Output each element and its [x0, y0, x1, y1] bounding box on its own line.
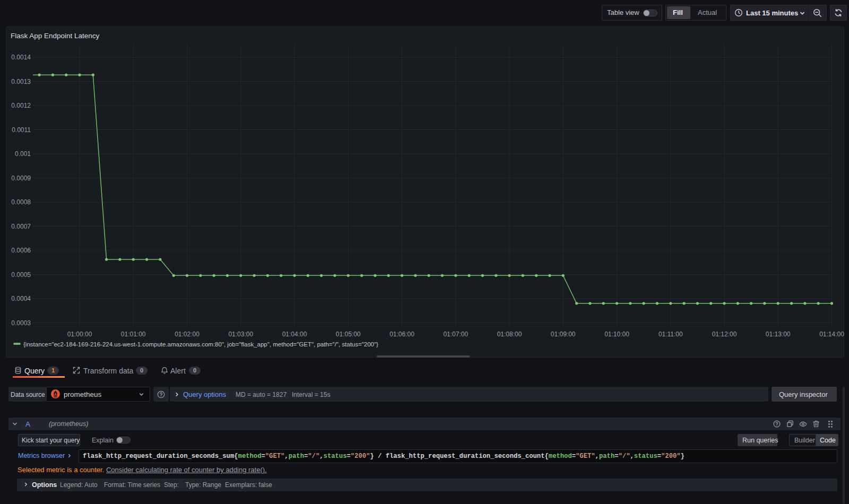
svg-text:01:13:00: 01:13:00 [766, 331, 791, 338]
svg-text:0.0006: 0.0006 [11, 247, 31, 254]
svg-text:01:10:00: 01:10:00 [604, 331, 629, 338]
svg-text:0.0013: 0.0013 [11, 78, 31, 85]
svg-text:01:14:00: 01:14:00 [819, 331, 844, 338]
svg-text:01:09:00: 01:09:00 [551, 331, 576, 338]
svg-text:01:04:00: 01:04:00 [282, 331, 307, 338]
svg-text:01:01:00: 01:01:00 [121, 331, 146, 338]
svg-text:01:07:00: 01:07:00 [443, 331, 468, 338]
svg-text:01:02:00: 01:02:00 [175, 331, 200, 338]
svg-text:0.0007: 0.0007 [11, 223, 31, 230]
svg-text:01:00:00: 01:00:00 [67, 331, 92, 338]
svg-text:0.0004: 0.0004 [11, 295, 31, 302]
svg-text:0.0014: 0.0014 [11, 54, 31, 61]
svg-text:01:12:00: 01:12:00 [712, 331, 737, 338]
svg-text:01:05:00: 01:05:00 [336, 331, 361, 338]
svg-text:01:11:00: 01:11:00 [659, 331, 683, 338]
svg-text:01:03:00: 01:03:00 [228, 331, 253, 338]
svg-text:0.001: 0.001 [15, 150, 31, 158]
svg-text:01:08:00: 01:08:00 [497, 331, 522, 338]
svg-text:0.0003: 0.0003 [11, 319, 31, 327]
svg-text:0.0011: 0.0011 [12, 126, 31, 134]
svg-text:0.0005: 0.0005 [11, 271, 31, 279]
svg-text:0.0008: 0.0008 [11, 198, 31, 206]
svg-text:0.0009: 0.0009 [11, 175, 31, 182]
svg-text:0.0012: 0.0012 [11, 102, 31, 109]
svg-text:01:06:00: 01:06:00 [389, 331, 414, 338]
